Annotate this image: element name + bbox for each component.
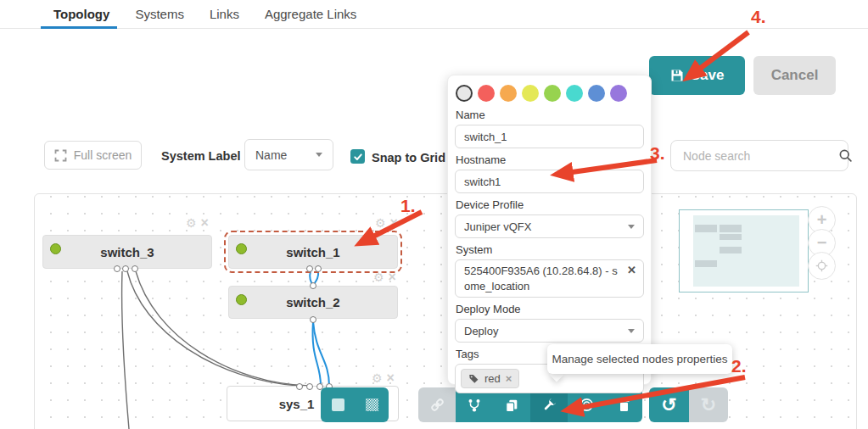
tag-chip-red[interactable]: red × (461, 369, 519, 388)
minimap-node (720, 225, 742, 232)
snap-to-grid-checkbox[interactable] (350, 149, 365, 164)
chevron-down-icon (628, 225, 635, 229)
save-button[interactable]: Save (649, 56, 745, 95)
minimap-viewport[interactable] (693, 215, 799, 287)
tooltip-text: Manage selected nodes properties (552, 353, 727, 365)
swatch-orange[interactable] (500, 85, 517, 102)
node-label: switch_1 (286, 245, 339, 259)
node-label: switch_3 (100, 245, 154, 259)
chevron-down-icon (316, 153, 322, 157)
solid-square-icon (331, 398, 345, 412)
copy-icon (504, 398, 519, 413)
node-controls: ⚙× (375, 216, 398, 230)
system-token-value: 525400F935A6 (10.28.64.8) - some_locatio… (464, 264, 622, 293)
tooltip: Manage selected nodes properties (547, 344, 732, 374)
swatch-blue[interactable] (588, 85, 605, 102)
fullscreen-icon (54, 149, 67, 162)
close-icon[interactable]: × (390, 216, 398, 230)
gear-icon[interactable]: ⚙ (375, 217, 386, 229)
port[interactable] (122, 265, 129, 272)
port[interactable] (306, 265, 313, 272)
snap-to-grid-label: Snap to Grid (372, 151, 445, 164)
node-controls: ⚙× (186, 216, 209, 230)
full-screen-button[interactable]: Full screen (44, 141, 142, 170)
status-dot-green (236, 243, 247, 254)
swatch-purple[interactable] (610, 85, 627, 102)
crosshair-icon (815, 259, 828, 272)
port[interactable] (296, 383, 303, 390)
gear-icon[interactable]: ⚙ (186, 217, 197, 229)
active-tab-underline (41, 26, 117, 29)
minimap[interactable] (679, 209, 809, 292)
node-properties-panel: Name Hostname Device Profile Juniper vQF… (447, 75, 652, 385)
swatch-green[interactable] (544, 85, 561, 102)
system-label-caption: System Label (161, 149, 241, 163)
node-switch-1[interactable]: switch_1 (228, 235, 398, 269)
remove-tag-icon[interactable]: × (506, 372, 512, 385)
wrench-icon (541, 397, 557, 413)
name-field-label: Name (456, 109, 644, 121)
port[interactable] (306, 383, 313, 390)
target-icon (579, 397, 595, 413)
undo-icon: ↺ (661, 396, 676, 415)
cancel-button[interactable]: Cancel (753, 56, 836, 95)
port[interactable] (310, 282, 316, 289)
pattern-square-icon (365, 398, 379, 412)
chevron-down-icon (628, 329, 635, 333)
hostname-field[interactable] (455, 170, 644, 193)
solid-fill-button[interactable] (321, 387, 355, 422)
close-icon[interactable]: × (389, 270, 396, 284)
system-token[interactable]: 525400F935A6 (10.28.64.8) - some_locatio… (455, 259, 644, 298)
swatch-cyan[interactable] (566, 85, 583, 102)
cancel-button-label: Cancel (771, 67, 819, 84)
node-search-input[interactable] (681, 148, 838, 164)
save-button-label: Save (691, 67, 725, 84)
zoom-fit-button[interactable] (808, 252, 836, 280)
close-icon[interactable]: × (387, 371, 395, 385)
undo-button[interactable]: ↺ (649, 387, 689, 422)
node-switch-3[interactable]: switch_3 (42, 235, 212, 269)
deploy-mode-select[interactable]: Deploy (455, 319, 644, 343)
tab-topology[interactable]: Topology (53, 7, 109, 21)
search-icon[interactable] (838, 148, 853, 163)
swatch-yellow[interactable] (522, 85, 539, 102)
system-label-select[interactable]: Name (244, 139, 333, 170)
link-nodes-button[interactable] (418, 387, 456, 422)
name-field[interactable] (455, 125, 644, 148)
tab-bar: Topology Systems Links Aggregate Links (0, 0, 868, 29)
history-group: ↺ ↻ (649, 387, 728, 422)
save-icon (670, 69, 684, 82)
gear-icon[interactable]: ⚙ (373, 271, 384, 283)
device-profile-value: Juniper vQFX (464, 220, 531, 233)
minimap-node (720, 234, 742, 240)
deploy-mode-value: Deploy (464, 325, 498, 337)
swatch-red[interactable] (478, 85, 495, 102)
device-profile-select[interactable]: Juniper vQFX (455, 214, 644, 238)
tab-aggregate-links[interactable]: Aggregate Links (265, 7, 356, 21)
tab-systems[interactable]: Systems (135, 7, 184, 21)
port[interactable] (315, 265, 322, 272)
tab-links[interactable]: Links (210, 7, 239, 21)
node-controls: ⚙× (373, 270, 396, 284)
pattern-fill-button[interactable] (355, 387, 389, 422)
port[interactable] (114, 265, 120, 272)
swatch-white[interactable] (456, 85, 473, 102)
remove-system-icon[interactable]: ✕ (627, 264, 636, 293)
gear-icon[interactable]: ⚙ (372, 372, 383, 384)
annotation-3: 3. (650, 143, 665, 164)
close-icon[interactable]: × (201, 216, 209, 230)
port[interactable] (132, 265, 138, 272)
node-switch-2[interactable]: switch_2 (228, 286, 398, 319)
node-search (670, 140, 848, 171)
redo-icon: ↻ (701, 396, 716, 415)
minimap-node (695, 225, 717, 232)
trash-icon (617, 398, 631, 413)
node-controls: ⚙× (372, 371, 395, 385)
port[interactable] (310, 316, 316, 323)
node-label: switch_2 (286, 295, 339, 309)
tag-icon (468, 373, 479, 384)
status-dot-green (50, 243, 61, 254)
system-label-select-value: Name (255, 148, 287, 162)
system-label: System (456, 243, 644, 256)
redo-button[interactable]: ↻ (689, 387, 728, 422)
